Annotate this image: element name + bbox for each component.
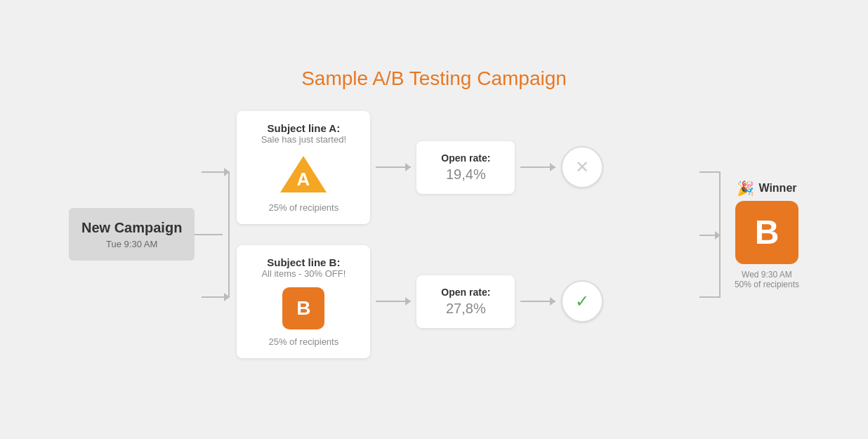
open-rate-a-value: 19,4% — [430, 166, 501, 183]
b-icon-small: B — [282, 287, 324, 329]
svg-text:A: A — [297, 169, 310, 190]
arrow-a-to-rate — [376, 166, 411, 168]
path-a-row: Subject line A: Sale has just started! A… — [237, 111, 692, 224]
right-merge-center — [699, 235, 721, 236]
subject-b-label: Subject line B: — [251, 256, 356, 268]
subject-a-recipients: 25% of recipients — [251, 202, 356, 213]
decision-a-circle: ✕ — [561, 146, 603, 188]
winner-label: 🎉 Winner — [737, 180, 796, 197]
open-rate-a-label: Open rate: — [430, 152, 501, 164]
campaign-box: New Campaign Tue 9:30 AM — [69, 208, 195, 261]
triangle-a-icon: A — [279, 153, 328, 195]
right-merge-bottom — [699, 296, 721, 298]
decision-b-circle: ✓ — [561, 280, 603, 322]
subject-a-card: Subject line A: Sale has just started! A… — [237, 111, 370, 224]
winner-b-box: B — [735, 201, 798, 264]
open-rate-b-value: 27,8% — [430, 301, 501, 317]
arrow-a-to-decision — [520, 166, 555, 168]
path-b-row: Subject line B: All items - 30% OFF! B 2… — [237, 245, 692, 358]
right-merge-top — [699, 171, 721, 173]
winner-time-value: Wed 9:30 AM — [735, 270, 799, 280]
left-section: New Campaign Tue 9:30 AM — [69, 208, 195, 261]
bracket-bottom-arm — [202, 296, 230, 298]
subject-a-label: Subject line A: — [251, 122, 356, 134]
center-section: Subject line A: Sale has just started! A… — [237, 111, 692, 358]
ab-flow: New Campaign Tue 9:30 AM Subject line A:… — [69, 111, 799, 358]
subject-b-text: All items - 30% OFF! — [251, 268, 356, 279]
arrow-b-to-decision — [520, 301, 555, 302]
bracket-top-arm — [202, 171, 230, 173]
right-merge-connector — [692, 157, 721, 312]
winner-time: Wed 9:30 AM 50% of recipients — [735, 270, 799, 289]
split-bracket — [195, 157, 230, 312]
open-rate-b-box: Open rate: 27,8% — [416, 275, 515, 328]
subject-a-text: Sale has just started! — [251, 134, 356, 145]
winner-section: 🎉 Winner B Wed 9:30 AM 50% of recipients — [735, 180, 799, 289]
campaign-time: Tue 9:30 AM — [81, 239, 182, 249]
main-container: Sample A/B Testing Campaign New Campaign… — [48, 53, 820, 386]
page-title: Sample A/B Testing Campaign — [301, 67, 567, 90]
winner-icon: 🎉 — [737, 180, 754, 197]
winner-text: Winner — [758, 182, 796, 195]
open-rate-b-label: Open rate: — [430, 287, 501, 298]
arrow-b-to-rate — [376, 301, 411, 302]
subject-b-card: Subject line B: All items - 30% OFF! B 2… — [237, 245, 370, 358]
campaign-title: New Campaign — [81, 219, 182, 236]
subject-b-recipients: 25% of recipients — [251, 336, 356, 347]
open-rate-a-box: Open rate: 19,4% — [416, 141, 515, 194]
winner-recipients: 50% of recipients — [735, 280, 799, 289]
